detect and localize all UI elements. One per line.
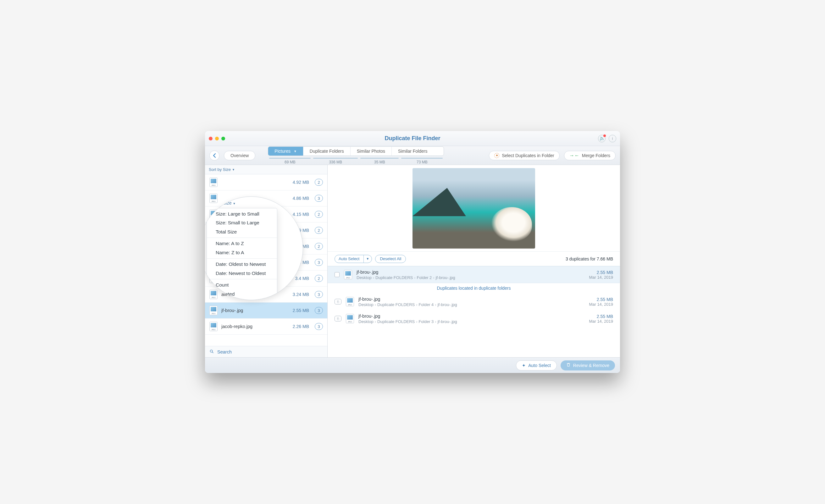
jpeg-file-icon — [209, 290, 218, 299]
row-checkbox[interactable] — [334, 272, 340, 277]
tab-similar-folders[interactable]: Similar Folders — [392, 147, 434, 156]
tab-duplicate-folders[interactable]: Duplicate Folders — [303, 147, 351, 156]
duplicate-file-size: 2.55 MB — [589, 314, 613, 319]
info-button[interactable]: i — [609, 135, 616, 142]
file-size: 2.55 MB — [293, 308, 309, 313]
button-label: Auto Select — [528, 363, 551, 368]
file-size: 4.15 MB — [293, 212, 309, 217]
jpeg-file-icon — [209, 177, 218, 187]
duplicate-count-badge: 2 — [315, 211, 323, 218]
jpeg-file-icon — [209, 322, 218, 331]
file-name: jf-brou-.jpg — [221, 308, 289, 313]
feed-button[interactable] — [598, 135, 606, 142]
sort-menu-item[interactable]: Name: A to Z — [207, 239, 277, 248]
tab-size: 69 MB — [268, 160, 312, 164]
button-label: Review & Remove — [573, 363, 609, 368]
duplicate-file-path: Desktop›Duplicate FOLDERS›Folder 4›jf-br… — [358, 302, 585, 307]
tab-size: 336 MB — [312, 160, 359, 164]
jpeg-file-icon — [346, 297, 354, 306]
tab-pictures[interactable]: Pictures ▼ — [268, 147, 303, 156]
auto-select-dropdown[interactable]: Auto Select ▼ — [334, 255, 372, 263]
linked-folder-icon — [334, 316, 342, 321]
jpeg-file-icon — [209, 193, 218, 203]
preview-image — [412, 168, 535, 249]
duplicate-count-badge: 3 — [315, 195, 323, 202]
duplicate-file-date: Mar 14, 2019 — [589, 302, 613, 307]
tab-size-bar — [269, 158, 311, 159]
review-remove-button[interactable]: Review & Remove — [560, 360, 615, 370]
duplicate-count-badge: 3 — [315, 259, 323, 266]
sort-menu-item[interactable]: Date: Newest to Oldest — [207, 269, 277, 278]
duplicate-file-size: 2.55 MB — [589, 297, 613, 302]
sort-menu-item[interactable]: Date: Oldest to Newest — [207, 260, 277, 269]
duplicate-count-badge: 3 — [315, 291, 323, 298]
titlebar: Duplicate File Finder i — [205, 131, 620, 146]
duplicate-file-path: Desktop›Duplicate FOLDERS›Folder 3›jf-br… — [358, 319, 585, 324]
file-row[interactable]: jacob-repko.jpg2.26 MB3 — [205, 319, 327, 335]
footer-auto-select-button[interactable]: ✦ Auto Select — [516, 360, 557, 370]
duplicate-list[interactable]: jf-brou-.jpgDesktop›Duplicate FOLDERS›Fo… — [327, 266, 620, 357]
duplicate-file-path: Desktop›Duplicate FOLDERS›Folder 2›jf-br… — [357, 275, 585, 280]
file-row[interactable]: jf-brou-.jpg2.55 MB3 — [205, 303, 327, 319]
chevron-down-icon[interactable]: ▼ — [294, 150, 297, 153]
file-size: 3.24 MB — [293, 292, 309, 297]
duplicate-file-date: Mar 14, 2019 — [589, 275, 613, 280]
jpeg-file-icon — [346, 314, 354, 323]
sort-dropdown[interactable]: Sort by Size ▼ — [205, 165, 327, 174]
button-label: Merge Folders — [582, 153, 610, 158]
merge-icon: →← — [570, 153, 580, 158]
overview-button[interactable]: Overview — [224, 151, 255, 160]
select-duplicates-button[interactable]: Select Duplicates in Folder — [489, 151, 559, 160]
sort-menu-item[interactable]: Total Size — [207, 228, 277, 236]
duplicate-count-badge: 2 — [315, 275, 323, 282]
deselect-all-button[interactable]: Deselect All — [375, 255, 406, 263]
duplicate-summary: 3 duplicates for 7.66 MB — [566, 256, 613, 261]
sort-menu-item[interactable]: Name: Z to A — [207, 248, 277, 257]
button-label: Auto Select — [335, 255, 364, 263]
tab-size: 35 MB — [359, 160, 400, 164]
category-tabs: Pictures ▼ Duplicate Folders Similar Pho… — [268, 147, 444, 164]
file-size: 3.4 MB — [295, 276, 309, 281]
sort-menu-item[interactable]: Size: Small to Large — [207, 219, 277, 227]
target-icon — [494, 153, 499, 158]
svg-point-0 — [600, 140, 601, 140]
tab-size-bar — [360, 158, 399, 159]
jpeg-file-icon — [344, 270, 352, 279]
tab-size: 73 MB — [400, 160, 444, 164]
file-size: 4.86 MB — [293, 196, 309, 201]
tab-similar-photos[interactable]: Similar Photos — [351, 147, 392, 156]
duplicate-count-badge: 2 — [315, 179, 323, 186]
sort-menu-item[interactable]: Size: Large to Small — [207, 209, 277, 219]
chevron-down-icon: ▼ — [364, 257, 372, 260]
tab-size-bar — [313, 158, 358, 159]
sort-menu[interactable]: Size: Large to SmallSize: Small to Large… — [207, 208, 277, 300]
merge-folders-button[interactable]: →← Merge Folders — [564, 151, 616, 160]
chevron-down-icon: ▼ — [232, 168, 235, 171]
duplicate-count-badge: 2 — [315, 243, 323, 250]
search-field[interactable]: Search — [205, 346, 327, 357]
search-icon — [209, 349, 214, 355]
app-window: Duplicate File Finder i Overview Picture… — [205, 131, 620, 373]
tab-size-bar — [401, 158, 443, 159]
duplicate-count-badge: 2 — [315, 227, 323, 234]
duplicate-file-date: Mar 14, 2019 — [589, 319, 613, 324]
back-button[interactable] — [209, 151, 219, 161]
wand-icon: ✦ — [522, 363, 526, 368]
duplicate-row[interactable]: jf-brou-.jpgDesktop›Duplicate FOLDERS›Fo… — [327, 293, 620, 310]
duplicate-row[interactable]: jf-brou-.jpgDesktop›Duplicate FOLDERS›Fo… — [327, 310, 620, 327]
linked-folder-icon — [334, 299, 342, 305]
file-row[interactable]: 4.92 MB2 — [205, 174, 327, 190]
button-label: Select Duplicates in Folder — [502, 153, 554, 158]
detail-pane: Auto Select ▼ Deselect All 3 duplicates … — [327, 165, 620, 357]
notification-dot-icon — [603, 135, 606, 137]
file-size: 2.26 MB — [293, 324, 309, 329]
toolbar: Overview Pictures ▼ Duplicate Folders Si… — [205, 146, 620, 165]
file-size: 4.92 MB — [293, 180, 309, 185]
duplicate-row[interactable]: jf-brou-.jpgDesktop›Duplicate FOLDERS›Fo… — [327, 266, 620, 283]
sort-label: Sort by Size — [209, 167, 231, 172]
duplicate-file-size: 2.55 MB — [589, 270, 613, 275]
trash-icon — [566, 362, 571, 368]
duplicate-count-badge: 3 — [315, 307, 323, 314]
duplicate-file-name: jf-brou-.jpg — [357, 270, 585, 275]
search-placeholder: Search — [217, 349, 232, 354]
